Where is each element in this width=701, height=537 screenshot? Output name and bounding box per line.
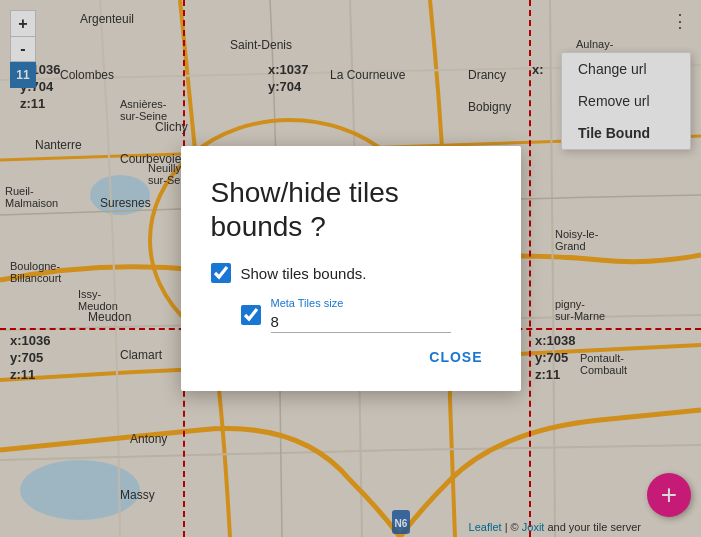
meta-tiles-checkbox[interactable] — [241, 305, 261, 325]
meta-tiles-container: Meta Tiles size — [241, 297, 491, 333]
show-tiles-label: Show tiles bounds. — [241, 265, 367, 282]
map-container: N6 Argenteuil Saint-Denis Aulnay-sous-Bo… — [0, 0, 701, 537]
modal-close-row: CLOSE — [211, 343, 491, 371]
modal-close-button[interactable]: CLOSE — [421, 343, 490, 371]
show-tiles-row: Show tiles bounds. — [211, 263, 491, 283]
modal-title: Show/hide tiles bounds ? — [211, 176, 491, 243]
show-hide-tiles-modal: Show/hide tiles bounds ? Show tiles boun… — [181, 146, 521, 391]
meta-tiles-field-label: Meta Tiles size — [271, 297, 451, 309]
show-tiles-checkbox[interactable] — [211, 263, 231, 283]
modal-overlay: Show/hide tiles bounds ? Show tiles boun… — [0, 0, 701, 537]
meta-tiles-input[interactable] — [271, 311, 451, 333]
